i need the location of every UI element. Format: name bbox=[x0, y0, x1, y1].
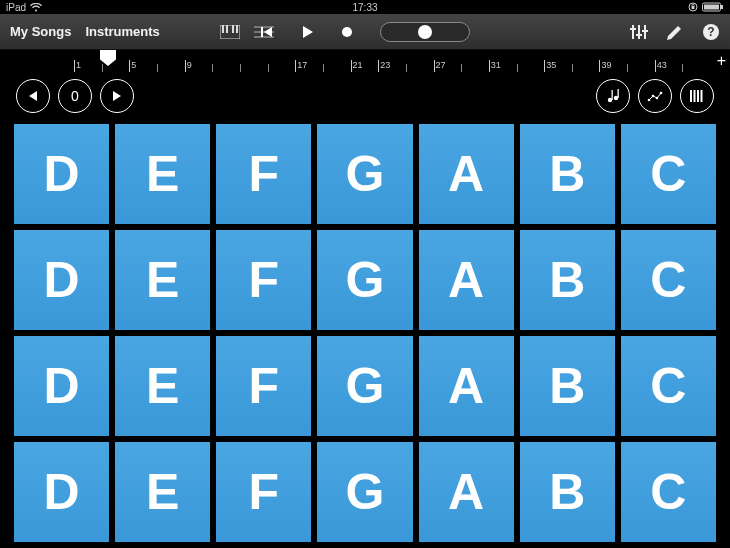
svg-rect-3 bbox=[704, 5, 719, 10]
svg-rect-20 bbox=[642, 30, 648, 32]
svg-rect-24 bbox=[612, 90, 613, 100]
add-section-button[interactable]: + bbox=[717, 52, 726, 70]
note-pad[interactable]: A bbox=[419, 124, 514, 224]
svg-text:?: ? bbox=[707, 25, 714, 39]
orientation-lock-icon bbox=[688, 2, 698, 12]
note-pad[interactable]: C bbox=[621, 336, 716, 436]
slider-thumb-icon bbox=[418, 25, 432, 39]
octave-down-button[interactable] bbox=[16, 79, 50, 113]
note-pad[interactable]: E bbox=[115, 442, 210, 542]
note-pad[interactable]: E bbox=[115, 336, 210, 436]
svg-rect-16 bbox=[638, 25, 640, 39]
status-bar: iPad 17:33 bbox=[0, 0, 730, 14]
note-pad[interactable]: D bbox=[14, 230, 109, 330]
note-pad[interactable]: F bbox=[216, 230, 311, 330]
note-pad[interactable]: C bbox=[621, 442, 716, 542]
instruments-button[interactable]: Instruments bbox=[85, 24, 159, 39]
ruler-tick: 23 bbox=[380, 60, 390, 70]
chord-strips-button[interactable] bbox=[680, 79, 714, 113]
note-pad[interactable]: F bbox=[216, 442, 311, 542]
rewind-button[interactable] bbox=[260, 25, 274, 39]
piano-view-icon[interactable] bbox=[220, 25, 240, 39]
octave-display: 0 bbox=[58, 79, 92, 113]
ruler-tick: 1 bbox=[76, 60, 81, 70]
help-button[interactable]: ? bbox=[702, 23, 720, 41]
svg-rect-13 bbox=[261, 27, 263, 37]
my-songs-button[interactable]: My Songs bbox=[10, 24, 71, 39]
svg-rect-32 bbox=[694, 90, 696, 102]
note-pad[interactable]: B bbox=[520, 124, 615, 224]
note-pad[interactable]: G bbox=[317, 230, 412, 330]
note-grid: D E F G A B C D E F G A B C D E F G A B … bbox=[14, 124, 716, 542]
toolbar: My Songs Instruments ? bbox=[0, 14, 730, 50]
clock: 17:33 bbox=[352, 2, 377, 13]
record-button[interactable] bbox=[340, 25, 354, 39]
note-pad[interactable]: A bbox=[419, 230, 514, 330]
note-grid-wrap: D E F G A B C D E F G A B C D E F G A B … bbox=[0, 120, 730, 542]
note-pad[interactable]: A bbox=[419, 336, 514, 436]
ruler-tick: 31 bbox=[491, 60, 501, 70]
svg-rect-19 bbox=[636, 34, 642, 36]
svg-rect-9 bbox=[236, 25, 238, 33]
note-pad[interactable]: C bbox=[621, 230, 716, 330]
note-pad[interactable]: G bbox=[317, 124, 412, 224]
ruler-tick: 27 bbox=[436, 60, 446, 70]
note-pad[interactable]: G bbox=[317, 336, 412, 436]
arpeggio-mode-button[interactable] bbox=[638, 79, 672, 113]
ruler-tick: 43 bbox=[657, 60, 667, 70]
svg-rect-1 bbox=[692, 6, 695, 9]
play-button[interactable] bbox=[300, 25, 314, 39]
svg-rect-6 bbox=[222, 25, 224, 33]
svg-rect-26 bbox=[618, 89, 619, 98]
note-pad[interactable]: F bbox=[216, 124, 311, 224]
note-pad[interactable]: D bbox=[14, 442, 109, 542]
svg-rect-7 bbox=[226, 25, 228, 33]
battery-icon bbox=[702, 2, 724, 12]
device-label: iPad bbox=[6, 2, 26, 13]
svg-rect-31 bbox=[690, 90, 692, 102]
master-volume-slider[interactable] bbox=[380, 22, 470, 42]
svg-rect-15 bbox=[632, 25, 634, 39]
svg-rect-4 bbox=[721, 5, 723, 9]
mixer-button[interactable] bbox=[630, 24, 648, 40]
note-pad[interactable]: C bbox=[621, 124, 716, 224]
timeline-ruler[interactable]: 1 5 9 17 21 23 27 31 35 39 43 + bbox=[0, 50, 730, 72]
ruler-tick: 9 bbox=[187, 60, 192, 70]
svg-rect-8 bbox=[232, 25, 234, 33]
ruler-tick: 5 bbox=[131, 60, 136, 70]
note-pad[interactable]: A bbox=[419, 442, 514, 542]
note-pad[interactable]: B bbox=[520, 230, 615, 330]
ruler-tick: 39 bbox=[601, 60, 611, 70]
note-pad[interactable]: E bbox=[115, 124, 210, 224]
note-pad[interactable]: B bbox=[520, 336, 615, 436]
wifi-icon bbox=[30, 3, 42, 12]
svg-rect-34 bbox=[701, 90, 703, 102]
note-pad[interactable]: D bbox=[14, 124, 109, 224]
note-pad[interactable]: G bbox=[317, 442, 412, 542]
settings-button[interactable] bbox=[666, 24, 684, 40]
ruler-tick: 17 bbox=[297, 60, 307, 70]
note-pad[interactable]: B bbox=[520, 442, 615, 542]
svg-rect-18 bbox=[630, 28, 636, 30]
octave-value: 0 bbox=[71, 88, 79, 104]
ruler-tick: 21 bbox=[353, 60, 363, 70]
note-mode-button[interactable] bbox=[596, 79, 630, 113]
octave-up-button[interactable] bbox=[100, 79, 134, 113]
note-pad[interactable]: D bbox=[14, 336, 109, 436]
note-pad[interactable]: F bbox=[216, 336, 311, 436]
ruler-tick: 35 bbox=[546, 60, 556, 70]
note-pad[interactable]: E bbox=[115, 230, 210, 330]
instrument-controls: 0 bbox=[0, 72, 730, 120]
svg-point-14 bbox=[342, 27, 352, 37]
svg-rect-33 bbox=[697, 90, 699, 102]
